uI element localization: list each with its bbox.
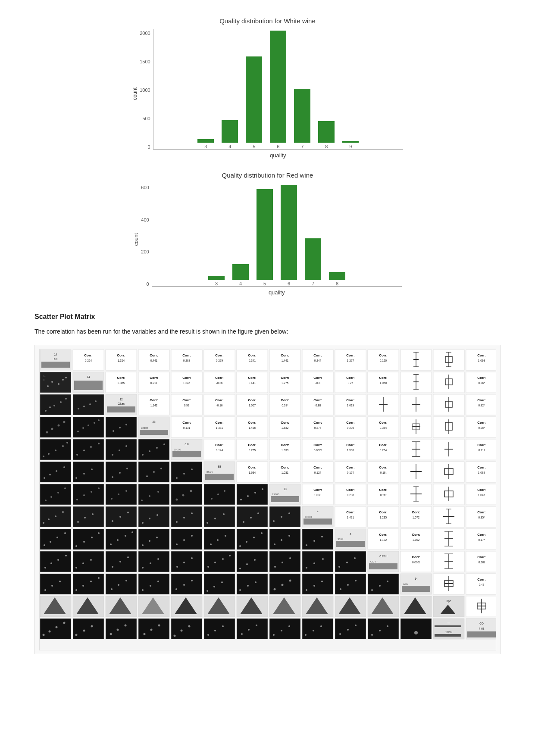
svg-rect-498 bbox=[302, 551, 333, 572]
svg-point-304 bbox=[83, 494, 85, 496]
svg-point-626 bbox=[173, 635, 175, 637]
svg-point-313 bbox=[149, 495, 150, 497]
svg-rect-365 bbox=[138, 506, 169, 527]
svg-point-470 bbox=[75, 567, 77, 569]
svg-point-535 bbox=[142, 589, 144, 591]
svg-point-496 bbox=[282, 562, 283, 563]
svg-text:CO: CO bbox=[479, 622, 484, 625]
svg-point-370 bbox=[176, 521, 178, 523]
svg-point-303 bbox=[76, 499, 78, 500]
svg-text:0.131: 0.131 bbox=[183, 426, 190, 429]
svg-point-431 bbox=[217, 539, 219, 541]
bar-quality-8-white: 8 bbox=[318, 121, 335, 149]
svg-point-483 bbox=[183, 562, 185, 563]
svg-text:Corr:: Corr: bbox=[379, 510, 388, 514]
svg-text:Corr:: Corr: bbox=[477, 443, 486, 447]
svg-point-422 bbox=[142, 544, 144, 546]
svg-point-564 bbox=[379, 585, 381, 587]
svg-text:Corr:: Corr: bbox=[248, 353, 257, 357]
svg-rect-381 bbox=[269, 506, 300, 527]
svg-point-149 bbox=[63, 421, 65, 423]
svg-text:0.05*: 0.05* bbox=[478, 426, 485, 429]
svg-text:ddddd: ddddd bbox=[305, 515, 312, 518]
svg-rect-653 bbox=[400, 619, 432, 639]
svg-text:0.279: 0.279 bbox=[216, 359, 223, 362]
svg-text:4-68: 4-68 bbox=[479, 627, 484, 630]
svg-text:0.35*: 0.35* bbox=[478, 516, 485, 519]
svg-point-104 bbox=[78, 408, 79, 409]
svg-point-557 bbox=[321, 581, 323, 582]
svg-point-207 bbox=[112, 454, 113, 456]
svg-point-556 bbox=[313, 585, 315, 587]
svg-text:1.102: 1.102 bbox=[412, 538, 419, 541]
svg-text:Corr:: Corr: bbox=[281, 353, 289, 357]
bar-quality-8-red: 8 bbox=[329, 272, 345, 286]
svg-point-413 bbox=[83, 541, 85, 543]
svg-point-632 bbox=[222, 625, 224, 627]
svg-text:0.26t: 0.26t bbox=[380, 494, 386, 497]
svg-text:1.142: 1.142 bbox=[150, 404, 157, 407]
svg-text:0.8: 0.8 bbox=[185, 443, 188, 446]
svg-point-545 bbox=[221, 581, 223, 583]
svg-point-364 bbox=[127, 512, 129, 513]
svg-rect-206 bbox=[106, 439, 137, 460]
svg-text:1.277: 1.277 bbox=[347, 359, 354, 362]
svg-text:Corr:: Corr: bbox=[477, 376, 486, 380]
svg-point-565 bbox=[387, 581, 388, 582]
svg-rect-485 bbox=[204, 551, 235, 572]
svg-rect-657 bbox=[435, 625, 461, 627]
svg-text:Corr:: Corr: bbox=[215, 443, 224, 447]
svg-point-419 bbox=[125, 535, 126, 537]
svg-point-378 bbox=[243, 521, 244, 523]
svg-text:Corr:: Corr: bbox=[346, 376, 355, 380]
svg-point-152 bbox=[82, 427, 84, 429]
svg-text:Corr:: Corr: bbox=[84, 353, 93, 357]
svg-text:0.174: 0.174 bbox=[347, 471, 354, 474]
svg-point-301 bbox=[64, 487, 66, 489]
svg-point-211 bbox=[142, 454, 144, 456]
svg-point-497 bbox=[289, 557, 291, 559]
svg-text:Corr:: Corr: bbox=[313, 353, 322, 357]
svg-point-260 bbox=[126, 468, 128, 469]
svg-text:69090: 69090 bbox=[174, 448, 181, 451]
svg-point-321 bbox=[217, 494, 219, 495]
svg-point-547 bbox=[239, 589, 241, 591]
svg-text:0pc: 0pc bbox=[446, 600, 451, 603]
scatter-section: Scatter Plot Matrix The correlation has … bbox=[34, 313, 501, 654]
svg-point-478 bbox=[142, 567, 144, 569]
svg-rect-377 bbox=[237, 506, 268, 527]
svg-rect-617 bbox=[106, 619, 137, 639]
svg-point-374 bbox=[206, 522, 208, 524]
svg-point-53 bbox=[65, 377, 67, 378]
svg-rect-525 bbox=[73, 574, 104, 594]
svg-text:0.244: 0.244 bbox=[314, 359, 321, 362]
svg-text:1.354: 1.354 bbox=[117, 359, 125, 362]
svg-text:-0.88: -0.88 bbox=[314, 404, 321, 407]
svg-text:Corr:: Corr: bbox=[412, 510, 420, 514]
svg-point-631 bbox=[214, 630, 216, 631]
svg-point-312 bbox=[141, 500, 143, 501]
svg-point-100 bbox=[53, 405, 55, 406]
svg-rect-369 bbox=[171, 506, 202, 527]
svg-text:1.072: 1.072 bbox=[412, 516, 419, 519]
svg-text:0.25: 0.25 bbox=[347, 381, 353, 384]
svg-point-435 bbox=[246, 541, 247, 543]
svg-text:Corr:: Corr: bbox=[477, 353, 486, 357]
svg-point-151 bbox=[77, 431, 79, 432]
svg-text:0.288: 0.288 bbox=[183, 359, 190, 362]
svg-text:Corr:: Corr: bbox=[150, 376, 158, 380]
svg-text:Corr:: Corr: bbox=[346, 353, 355, 357]
svg-rect-663 bbox=[467, 631, 496, 637]
svg-rect-111 bbox=[107, 406, 135, 412]
svg-point-445 bbox=[321, 536, 323, 537]
svg-point-423 bbox=[149, 540, 150, 542]
svg-point-559 bbox=[340, 588, 341, 590]
svg-text:0.82*: 0.82* bbox=[478, 404, 485, 407]
svg-point-383 bbox=[281, 516, 282, 518]
svg-rect-411 bbox=[73, 529, 104, 550]
svg-rect-302 bbox=[73, 484, 104, 505]
svg-text:Corr:: Corr: bbox=[379, 421, 388, 425]
svg-point-495 bbox=[274, 566, 276, 568]
svg-point-327 bbox=[262, 488, 263, 490]
svg-text:Corr:: Corr: bbox=[281, 421, 289, 425]
